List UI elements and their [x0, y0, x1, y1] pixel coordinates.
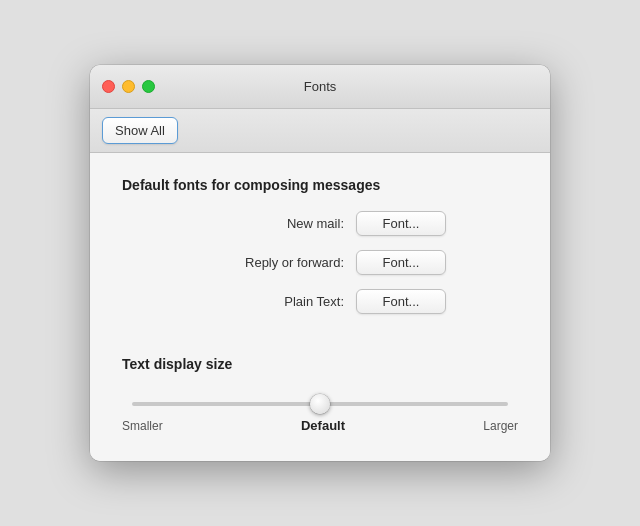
titlebar: Fonts	[90, 65, 550, 109]
content: Default fonts for composing messages New…	[90, 153, 550, 461]
toolbar: Show All	[90, 109, 550, 153]
composing-section: Default fonts for composing messages New…	[122, 177, 518, 314]
plain-text-font-button[interactable]: Font...	[356, 289, 446, 314]
slider-label-smaller: Smaller	[122, 419, 163, 433]
reply-forward-label: Reply or forward:	[194, 255, 344, 270]
composing-section-title: Default fonts for composing messages	[122, 177, 518, 193]
slider-label-larger: Larger	[483, 419, 518, 433]
window-title: Fonts	[304, 79, 337, 94]
new-mail-font-button[interactable]: Font...	[356, 211, 446, 236]
reply-forward-font-button[interactable]: Font...	[356, 250, 446, 275]
minimize-button[interactable]	[122, 80, 135, 93]
traffic-lights	[102, 80, 155, 93]
slider-label-default: Default	[301, 418, 345, 433]
plain-text-label: Plain Text:	[194, 294, 344, 309]
text-display-title: Text display size	[122, 356, 518, 372]
text-display-slider[interactable]	[132, 402, 508, 406]
new-mail-label: New mail:	[194, 216, 344, 231]
fonts-window: Fonts Show All Default fonts for composi…	[90, 65, 550, 461]
close-button[interactable]	[102, 80, 115, 93]
reply-forward-row: Reply or forward: Font...	[122, 250, 518, 275]
text-display-section: Text display size Smaller Default Larger	[122, 356, 518, 433]
show-all-button[interactable]: Show All	[102, 117, 178, 144]
plain-text-row: Plain Text: Font...	[122, 289, 518, 314]
zoom-button[interactable]	[142, 80, 155, 93]
slider-labels: Smaller Default Larger	[122, 418, 518, 433]
slider-container	[122, 392, 518, 410]
new-mail-row: New mail: Font...	[122, 211, 518, 236]
